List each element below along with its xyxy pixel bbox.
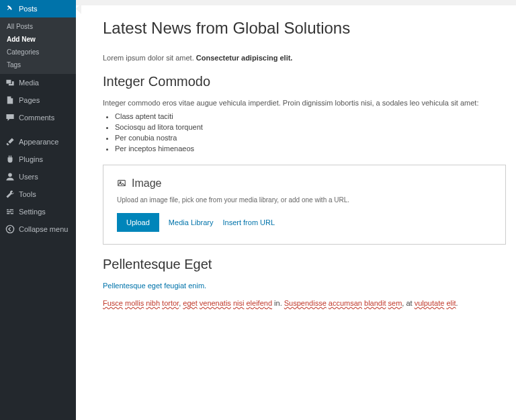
sidebar-label-comments: Comments [19,114,54,122]
sidebar-item-posts[interactable]: Posts [0,0,76,17]
sidebar-sub-all-posts[interactable]: All Posts [0,20,76,33]
sidebar-item-settings[interactable]: Settings [0,203,76,220]
heading-integer-commodo[interactable]: Integer Commodo [103,74,506,89]
svg-point-1 [6,225,13,233]
bullet-list[interactable]: Class aptent taciti Sociosqu ad litora t… [103,112,506,153]
sidebar-label-users: Users [19,173,38,181]
sidebar-label-media: Media [19,79,39,87]
brush-icon [5,137,15,146]
image-block-label: Image [132,177,161,190]
pages-icon [5,95,15,105]
spellcheck-paragraph[interactable]: Fusce mollis nibh tortor, eget venenatis… [103,299,506,307]
sidebar-item-media[interactable]: Media [0,74,76,91]
post-content: Latest News from Global Solutions Lorem … [103,19,506,307]
image-icon [117,179,126,188]
insert-from-url-button[interactable]: Insert from URL [223,218,275,226]
editor-canvas[interactable]: Latest News from Global Solutions Lorem … [76,5,516,420]
user-icon [5,172,15,181]
sidebar-label-appearance: Appearance [19,138,58,146]
paragraph-2[interactable]: Integer commodo eros vitae augue vehicul… [103,99,506,107]
sidebar-item-comments[interactable]: Comments [0,109,76,126]
sidebar-sub-categories[interactable]: Categories [0,46,76,58]
upload-button[interactable]: Upload [117,213,159,232]
plug-icon [5,155,15,164]
list-item[interactable]: Class aptent taciti [115,112,506,120]
comments-icon [5,113,15,122]
page-title[interactable]: Latest News from Global Solutions [103,19,506,38]
sidebar-item-pages[interactable]: Pages [0,91,76,109]
wrench-icon [5,190,15,199]
media-icon [5,78,15,87]
sidebar-sub-add-new[interactable]: Add New [0,33,76,46]
image-block-placeholder[interactable]: Image Upload an image file, pick one fro… [103,165,506,245]
sidebar-item-plugins[interactable]: Plugins [0,151,76,168]
heading-pellentesque-eget[interactable]: Pellentesque Eget [103,257,506,272]
pushpin-icon [5,4,15,13]
sliders-icon [5,207,15,216]
intro-paragraph[interactable]: Lorem ipsum dolor sit amet. Consectetur … [103,54,506,62]
image-block-desc: Upload an image file, pick one from your… [117,196,492,204]
sidebar-label-settings: Settings [19,208,46,216]
media-library-button[interactable]: Media Library [169,218,214,226]
list-item[interactable]: Sociosqu ad litora torquent [115,123,506,131]
sidebar-label-collapse: Collapse menu [19,225,68,233]
intro-text: Lorem ipsum dolor sit amet. [103,54,196,62]
sidebar-item-appearance[interactable]: Appearance [0,133,76,151]
sidebar-item-collapse[interactable]: Collapse menu [0,220,76,238]
sidebar-item-users[interactable]: Users [0,168,76,185]
image-block-header: Image [117,177,492,190]
image-block-actions: Upload Media Library Insert from URL [117,213,492,232]
sidebar-label-posts: Posts [19,5,38,13]
link-paragraph[interactable]: Pellentesque eget feugiat enim. [103,282,506,290]
sidebar-item-tools[interactable]: Tools [0,185,76,203]
sidebar-submenu-posts: All Posts Add New Categories Tags [0,17,76,74]
intro-bold: Consectetur adipiscing elit. [196,54,293,62]
svg-point-0 [8,173,12,177]
sidebar-label-pages: Pages [19,96,40,104]
collapse-icon [5,224,15,234]
list-item[interactable]: Per conubia nostra [115,134,506,142]
sidebar-sub-tags[interactable]: Tags [0,58,76,71]
sidebar-label-tools: Tools [19,190,36,198]
list-item[interactable]: Per inceptos himenaeos [115,144,506,153]
sidebar-label-plugins: Plugins [19,155,43,163]
admin-sidebar: Posts All Posts Add New Categories Tags … [0,0,76,420]
